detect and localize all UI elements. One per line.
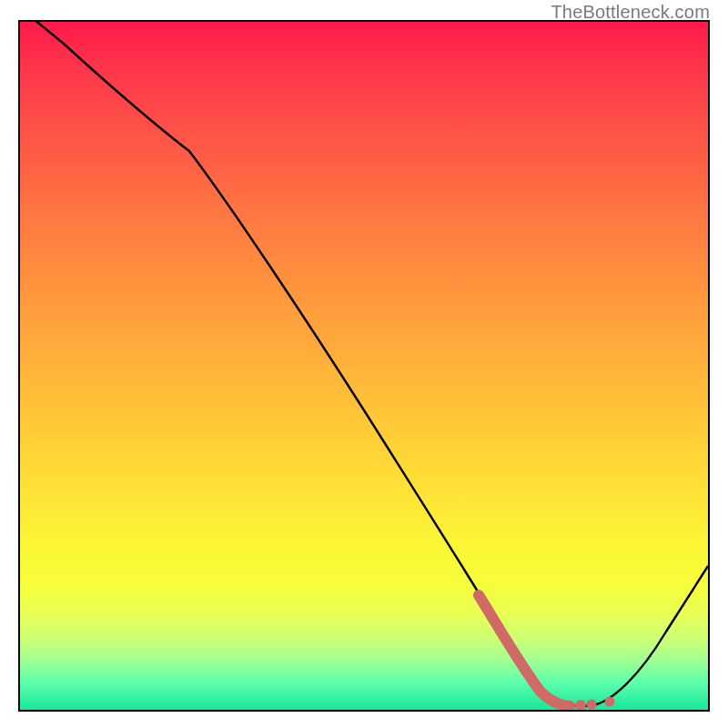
chart-container: TheBottleneck.com xyxy=(0,0,728,728)
highlight-dot-1 xyxy=(575,700,586,711)
bottleneck-curve xyxy=(24,20,708,706)
highlight-dot-3 xyxy=(605,697,615,707)
highlight-dot-2 xyxy=(587,700,597,710)
plot-area xyxy=(18,20,710,712)
highlight-dots xyxy=(479,595,570,706)
line-chart-svg xyxy=(20,22,708,710)
